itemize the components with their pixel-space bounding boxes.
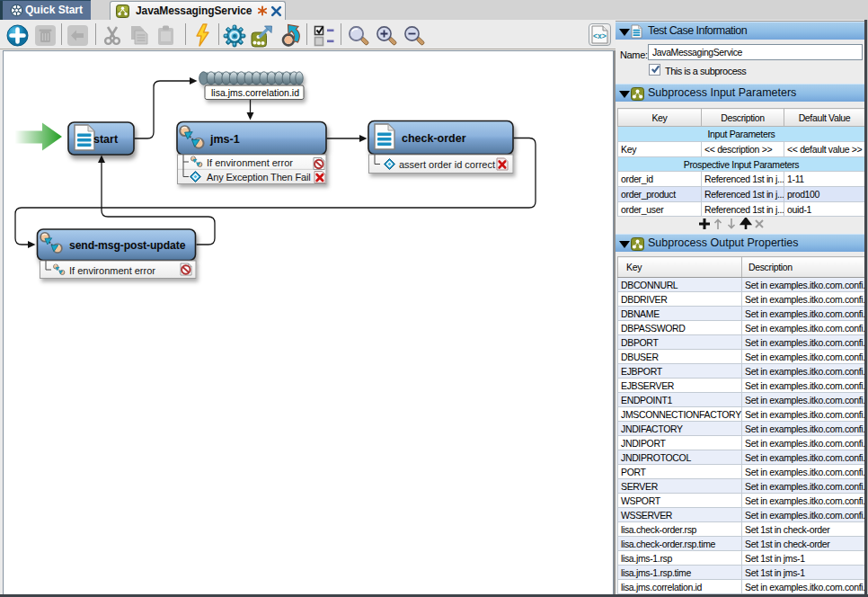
svg-text:send-msg-post-update: send-msg-post-update: [69, 239, 186, 252]
svg-text:Any Exception Then Fail: Any Exception Then Fail: [207, 172, 311, 183]
svg-text:lisa.jms.correlation.id: lisa.jms.correlation.id: [211, 87, 299, 98]
svg-text:check-order: check-order: [402, 132, 466, 145]
svg-text:If environment error: If environment error: [207, 157, 293, 168]
svg-text:assert order id correct: assert order id correct: [399, 159, 495, 170]
svg-text:start: start: [93, 133, 119, 146]
svg-text:<x>: <x>: [593, 31, 607, 40]
svg-text:If environment error: If environment error: [69, 265, 155, 276]
svg-text:jms-1: jms-1: [209, 133, 240, 146]
